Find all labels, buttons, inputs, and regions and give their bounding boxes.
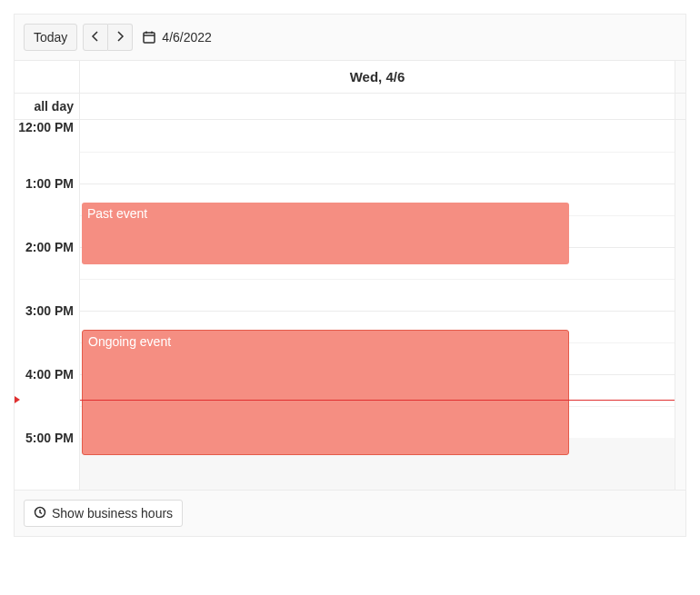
date-picker-value: 4/6/2022 [162, 30, 212, 45]
hour-label: 12:00 PM [18, 120, 74, 134]
current-time-indicator [80, 400, 675, 401]
business-hours-toggle[interactable]: Show business hours [24, 500, 183, 527]
all-day-label: all day [34, 99, 74, 114]
clock-icon [34, 506, 46, 521]
header-gutter [15, 61, 80, 93]
all-day-cell[interactable] [80, 94, 675, 119]
date-picker[interactable]: 4/6/2022 [138, 30, 212, 45]
scrollbar-spacer [675, 94, 685, 119]
scheduler: Today 4/6/20 [14, 14, 686, 537]
nav-button-group [83, 24, 133, 51]
svg-rect-0 [144, 33, 155, 43]
chevron-left-icon [91, 30, 100, 45]
calendar-event-title: Ongoing event [88, 334, 171, 349]
day-column-header-label: Wed, 4/6 [350, 69, 405, 84]
day-column-header: Wed, 4/6 [80, 61, 675, 93]
all-day-label-cell: all day [15, 94, 80, 119]
scrollbar-spacer [675, 61, 685, 93]
hour-divider [80, 183, 675, 184]
current-time-caret-icon [15, 396, 20, 403]
hour-label: 5:00 PM [25, 431, 74, 445]
business-hours-toggle-label: Show business hours [52, 506, 173, 521]
all-day-row: all day [15, 94, 685, 120]
hour-label: 4:00 PM [25, 367, 74, 382]
footer: Show business hours [15, 490, 685, 536]
calendar-icon [142, 30, 156, 45]
half-hour-divider [80, 279, 675, 280]
next-button[interactable] [108, 24, 133, 51]
time-grid-body[interactable]: Past eventOngoing event [80, 120, 675, 490]
calendar-event-title: Past event [87, 206, 147, 221]
column-header-row: Wed, 4/6 [15, 61, 685, 94]
scrollbar[interactable] [675, 120, 685, 490]
hour-label: 1:00 PM [25, 176, 74, 191]
hour-divider [80, 311, 675, 312]
prev-button[interactable] [83, 24, 108, 51]
hour-label: 3:00 PM [25, 303, 74, 318]
today-button[interactable]: Today [24, 24, 77, 51]
time-grid: 12:00 PM1:00 PM2:00 PM3:00 PM4:00 PM5:00… [15, 120, 685, 490]
calendar-event[interactable]: Ongoing event [82, 330, 569, 455]
time-gutter: 12:00 PM1:00 PM2:00 PM3:00 PM4:00 PM5:00… [15, 120, 80, 490]
today-button-label: Today [34, 30, 67, 45]
hour-label: 2:00 PM [25, 240, 74, 254]
chevron-right-icon [115, 30, 125, 45]
half-hour-divider [80, 152, 675, 153]
toolbar: Today 4/6/20 [15, 15, 685, 61]
calendar-event[interactable]: Past event [82, 203, 569, 264]
